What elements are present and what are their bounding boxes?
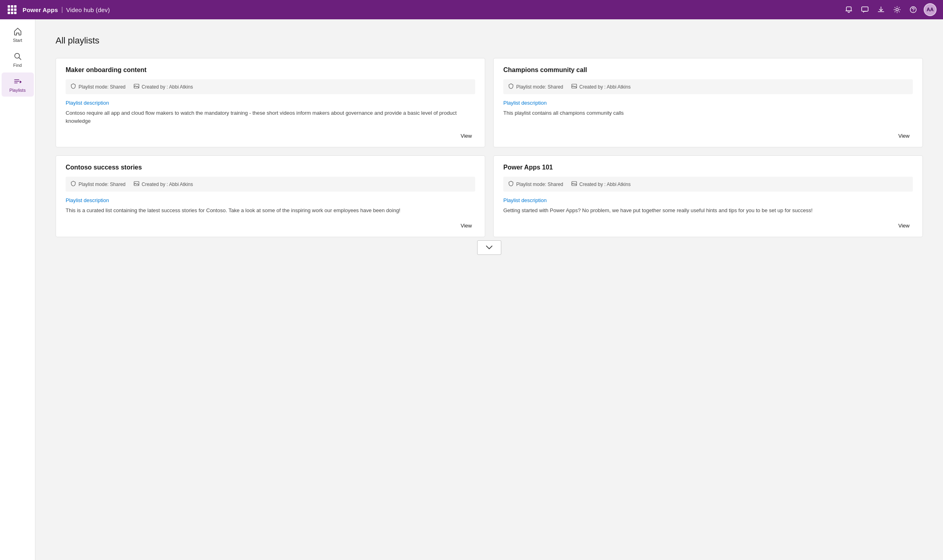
card-footer-3: View (66, 221, 475, 230)
app-subtitle: Video hub (dev) (66, 6, 110, 13)
chat-button[interactable] (858, 2, 872, 17)
card-desc-text-2: This playlist contains all champions com… (503, 109, 913, 125)
card-desc-heading-1[interactable]: Playlist description (66, 100, 475, 106)
chat-icon (861, 6, 869, 13)
gear-icon (893, 6, 901, 13)
playlist-card-maker-onboarding: Maker onboarding content Playlist mode: … (56, 58, 485, 147)
waffle-icon (8, 5, 17, 14)
scroll-down-container (56, 240, 923, 255)
playlist-grid: Maker onboarding content Playlist mode: … (56, 58, 923, 237)
waffle-menu-button[interactable] (6, 4, 18, 15)
card-created-1: Created by : Abbi Atkins (134, 83, 193, 90)
card-meta-2: Playlist mode: Shared Created by : Abbi … (503, 79, 913, 94)
card-desc-heading-2[interactable]: Playlist description (503, 100, 913, 106)
card-meta-3: Playlist mode: Shared Created by : Abbi … (66, 177, 475, 192)
sidebar-item-find[interactable]: Find (2, 48, 34, 72)
card-title-4: Power Apps 101 (503, 164, 913, 171)
card-desc-text-4: Getting started with Power Apps? No prob… (503, 207, 913, 215)
card-title-3: Contoso success stories (66, 164, 475, 171)
svg-point-2 (896, 8, 898, 11)
image-icon-1 (134, 83, 139, 90)
home-icon (13, 27, 22, 36)
card-title-2: Champions community call (503, 66, 913, 74)
image-icon-4 (571, 181, 577, 188)
chevron-down-icon (486, 246, 492, 250)
card-created-2: Created by : Abbi Atkins (571, 83, 631, 90)
download-button[interactable] (874, 2, 888, 17)
download-icon (877, 6, 885, 13)
user-avatar[interactable]: AA (924, 3, 937, 16)
svg-point-4 (913, 11, 914, 12)
sidebar-item-start[interactable]: Start (2, 23, 34, 47)
card-desc-heading-4[interactable]: Playlist description (503, 197, 913, 203)
card-mode-2: Playlist mode: Shared (508, 83, 563, 90)
card-mode-label-2: Playlist mode: Shared (516, 84, 563, 90)
card-created-label-2: Created by : Abbi Atkins (579, 84, 631, 90)
help-button[interactable] (906, 2, 920, 17)
card-meta-1: Playlist mode: Shared Created by : Abbi … (66, 79, 475, 94)
scroll-down-button[interactable] (477, 240, 501, 255)
topnav-actions: AA (842, 2, 937, 17)
image-icon-2 (571, 83, 577, 90)
card-mode-label-3: Playlist mode: Shared (79, 182, 126, 187)
card-created-label-4: Created by : Abbi Atkins (579, 182, 631, 187)
sidebar-item-playlists[interactable]: Playlists (2, 72, 34, 97)
card-desc-heading-3[interactable]: Playlist description (66, 197, 475, 203)
title-separator: | (61, 6, 63, 13)
card-desc-text-1: Contoso require all app and cloud flow m… (66, 109, 475, 125)
card-mode-3: Playlist mode: Shared (70, 181, 126, 188)
playlist-card-contoso: Contoso success stories Playlist mode: S… (56, 155, 485, 237)
app-name: Power Apps (23, 6, 58, 13)
main-content: All playlists Maker onboarding content P… (35, 19, 943, 560)
svg-rect-1 (862, 7, 868, 11)
sidebar-item-find-label: Find (13, 63, 22, 68)
card-mode-1: Playlist mode: Shared (70, 83, 126, 90)
playlist-card-champions: Champions community call Playlist mode: … (493, 58, 923, 147)
card-title-1: Maker onboarding content (66, 66, 475, 74)
playlist-card-power-apps-101: Power Apps 101 Playlist mode: Shared Cre… (493, 155, 923, 237)
view-button-1[interactable]: View (457, 131, 475, 141)
view-button-2[interactable]: View (895, 131, 913, 141)
sidebar-item-start-label: Start (13, 38, 22, 43)
card-mode-label-4: Playlist mode: Shared (516, 182, 563, 187)
image-icon-3 (134, 181, 139, 188)
card-created-4: Created by : Abbi Atkins (571, 181, 631, 188)
sidebar-item-playlists-label: Playlists (9, 88, 25, 93)
card-created-label-1: Created by : Abbi Atkins (142, 84, 193, 90)
bell-icon (845, 6, 852, 13)
shield-icon-3 (70, 181, 76, 188)
card-desc-text-3: This is a curated list containing the la… (66, 207, 475, 215)
notifications-button[interactable] (842, 2, 856, 17)
svg-rect-0 (846, 7, 851, 11)
card-footer-2: View (503, 131, 913, 141)
page-title: All playlists (56, 35, 923, 46)
shield-icon-1 (70, 83, 76, 90)
playlists-icon (13, 76, 22, 86)
sidebar: Start Find Playlists (0, 19, 35, 560)
card-created-label-3: Created by : Abbi Atkins (142, 182, 193, 187)
question-icon (910, 6, 917, 13)
card-meta-4: Playlist mode: Shared Created by : Abbi … (503, 177, 913, 192)
view-button-4[interactable]: View (895, 221, 913, 230)
card-mode-4: Playlist mode: Shared (508, 181, 563, 188)
shield-icon-4 (508, 181, 514, 188)
view-button-3[interactable]: View (457, 221, 475, 230)
top-navigation: Power Apps | Video hub (dev) (0, 0, 943, 19)
shield-icon-2 (508, 83, 514, 90)
svg-marker-9 (20, 81, 22, 83)
search-icon (13, 52, 22, 61)
settings-button[interactable] (890, 2, 904, 17)
card-footer-4: View (503, 221, 913, 230)
card-created-3: Created by : Abbi Atkins (134, 181, 193, 188)
card-footer-1: View (66, 131, 475, 141)
card-mode-label-1: Playlist mode: Shared (79, 84, 126, 90)
